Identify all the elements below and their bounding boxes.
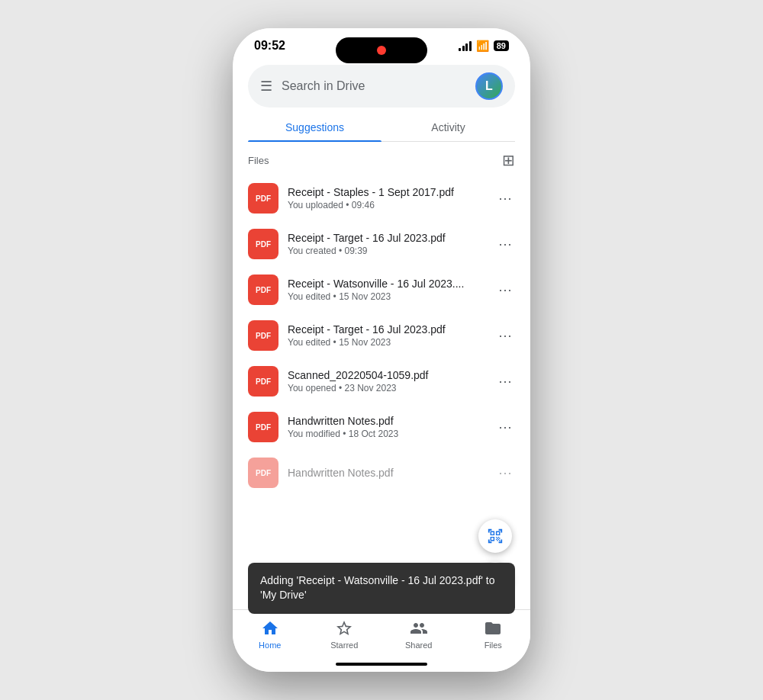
phone-container: 09:52 📶 89 ☰ Search in Drive L Suggestio… [233, 28, 530, 672]
file-name: Receipt - Staples - 1 Sept 2017.pdf [288, 186, 486, 198]
toast-message: Adding 'Receipt - Watsonville - 16 Jul 2… [260, 574, 495, 602]
dynamic-island [336, 37, 427, 63]
toast-notification: Adding 'Receipt - Watsonville - 16 Jul 2… [248, 563, 515, 614]
grid-view-icon[interactable]: ⊞ [502, 151, 515, 169]
pdf-icon: PDF [248, 320, 278, 351]
file-name: Handwritten Notes.pdf [288, 467, 486, 479]
search-bar[interactable]: ☰ Search in Drive L [248, 65, 515, 108]
avatar[interactable]: L [475, 72, 503, 100]
file-info: Receipt - Staples - 1 Sept 2017.pdf You … [288, 186, 486, 210]
wifi-icon: 📶 [476, 40, 489, 52]
section-header: Files ⊞ [233, 142, 530, 175]
file-info: Receipt - Target - 16 Jul 2023.pdf You c… [288, 232, 486, 256]
file-name: Receipt - Watsonville - 16 Jul 2023.... [288, 278, 486, 290]
list-item[interactable]: PDF Receipt - Target - 16 Jul 2023.pdf Y… [233, 313, 530, 358]
more-options-icon[interactable]: ⋯ [495, 461, 515, 484]
hamburger-icon[interactable]: ☰ [260, 78, 272, 95]
file-info: Scanned_20220504-1059.pdf You opened • 2… [288, 369, 486, 393]
pdf-icon: PDF [248, 458, 278, 488]
file-list: PDF Receipt - Staples - 1 Sept 2017.pdf … [233, 175, 530, 496]
nav-item-starred[interactable]: Starred [307, 616, 382, 653]
more-options-icon[interactable]: ⋯ [495, 278, 515, 301]
list-item[interactable]: PDF Handwritten Notes.pdf You modified •… [233, 404, 530, 450]
nav-label-home: Home [259, 641, 281, 650]
section-title: Files [248, 155, 269, 166]
search-placeholder[interactable]: Search in Drive [282, 79, 466, 93]
tab-suggestions[interactable]: Suggestions [248, 114, 382, 141]
file-info: Receipt - Watsonville - 16 Jul 2023.... … [288, 278, 486, 302]
file-meta: You edited • 15 Nov 2023 [288, 291, 486, 302]
pdf-icon: PDF [248, 366, 278, 397]
nav-item-shared[interactable]: Shared [382, 616, 456, 653]
pdf-icon: PDF [248, 183, 278, 214]
more-options-icon[interactable]: ⋯ [495, 370, 515, 393]
file-info: Receipt - Target - 16 Jul 2023.pdf You e… [288, 323, 486, 348]
file-name: Receipt - Target - 16 Jul 2023.pdf [288, 323, 486, 336]
more-options-icon[interactable]: ⋯ [495, 187, 515, 210]
scan-button[interactable] [478, 519, 512, 553]
file-meta: You modified • 18 Oct 2023 [288, 429, 486, 439]
file-info: Handwritten Notes.pdf [288, 467, 486, 479]
list-item[interactable]: PDF Scanned_20220504-1059.pdf You opened… [233, 358, 530, 404]
more-options-icon[interactable]: ⋯ [495, 324, 515, 347]
pdf-icon: PDF [248, 229, 278, 259]
status-icons: 📶 89 [459, 40, 509, 52]
nav-item-files[interactable]: Files [456, 616, 531, 653]
battery-badge: 89 [494, 40, 509, 51]
tab-activity[interactable]: Activity [382, 114, 515, 141]
nav-label-shared: Shared [405, 641, 432, 650]
pdf-icon: PDF [248, 412, 278, 442]
file-meta: You opened • 23 Nov 2023 [288, 383, 486, 393]
file-info: Handwritten Notes.pdf You modified • 18 … [288, 415, 486, 439]
file-name: Handwritten Notes.pdf [288, 415, 486, 427]
file-meta: You edited • 15 Nov 2023 [288, 337, 486, 348]
status-time: 09:52 [254, 39, 285, 53]
nav-item-home[interactable]: Home [233, 616, 307, 653]
file-name: Receipt - Target - 16 Jul 2023.pdf [288, 232, 486, 244]
home-indicator [336, 663, 427, 666]
nav-label-files: Files [485, 641, 502, 650]
list-item[interactable]: PDF Handwritten Notes.pdf ⋯ [233, 450, 530, 496]
dynamic-island-dot [377, 46, 386, 55]
file-meta: You created • 09:39 [288, 246, 486, 256]
pdf-icon: PDF [248, 275, 278, 305]
signal-bars-icon [459, 40, 472, 51]
file-meta: You uploaded • 09:46 [288, 200, 486, 210]
nav-label-starred: Starred [330, 641, 358, 650]
list-item[interactable]: PDF Receipt - Watsonville - 16 Jul 2023.… [233, 267, 530, 313]
tabs: Suggestions Activity [248, 114, 515, 142]
file-name: Scanned_20220504-1059.pdf [288, 369, 486, 381]
list-item[interactable]: PDF Receipt - Staples - 1 Sept 2017.pdf … [233, 175, 530, 221]
more-options-icon[interactable]: ⋯ [495, 416, 515, 438]
more-options-icon[interactable]: ⋯ [495, 233, 515, 255]
list-item[interactable]: PDF Receipt - Target - 16 Jul 2023.pdf Y… [233, 221, 530, 267]
